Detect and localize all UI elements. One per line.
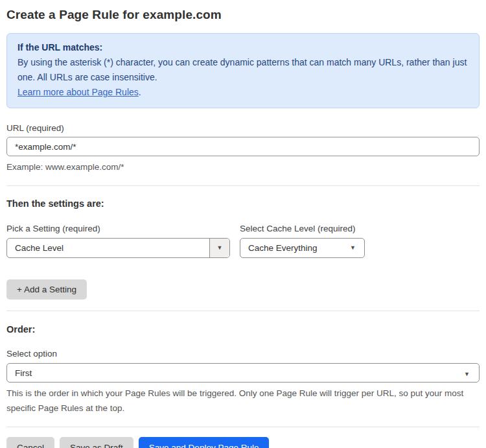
divider xyxy=(6,311,480,311)
info-box-heading: If the URL matches: xyxy=(17,40,469,55)
chevron-down-icon: ▼ xyxy=(217,245,223,251)
save-as-draft-button[interactable]: Save as Draft xyxy=(60,437,133,448)
add-setting-button[interactable]: + Add a Setting xyxy=(6,279,87,300)
order-select-value: First xyxy=(7,368,464,378)
settings-section: Then the settings are: Pick a Setting (r… xyxy=(6,198,480,300)
settings-pickers-row: Pick a Setting (required) Cache Level ▼ … xyxy=(6,224,480,258)
page-rule-form: Create a Page Rule for example.com If th… xyxy=(0,0,486,448)
order-select-label: Select option xyxy=(6,349,480,359)
divider xyxy=(6,185,480,186)
settings-section-heading: Then the settings are: xyxy=(6,198,480,209)
chevron-down-icon: ▼ xyxy=(464,368,479,378)
cancel-button[interactable]: Cancel xyxy=(6,437,54,448)
url-match-info-box: If the URL matches: By using the asteris… xyxy=(6,33,480,108)
page-title: Create a Page Rule for example.com xyxy=(6,8,480,22)
cache-level-picker-column: Select Cache Level (required) Cache Ever… xyxy=(240,224,365,258)
setting-picker-dropdown[interactable]: Cache Level ▼ xyxy=(6,238,230,258)
info-box-body: By using the asterisk (*) character, you… xyxy=(17,55,469,85)
form-actions: Cancel Save as Draft Save and Deploy Pag… xyxy=(6,437,480,448)
order-select[interactable]: First ▼ xyxy=(6,363,480,383)
url-field-helper: Example: www.example.com/* xyxy=(6,159,480,174)
setting-picker-label: Pick a Setting (required) xyxy=(6,224,230,233)
setting-picker-value: Cache Level xyxy=(7,243,209,253)
url-field-label: URL (required) xyxy=(6,123,480,133)
cache-level-picker-value: Cache Everything xyxy=(240,243,350,253)
setting-picker-column: Pick a Setting (required) Cache Level ▼ xyxy=(6,224,230,258)
dropdown-arrow-button[interactable]: ▼ xyxy=(209,239,229,257)
order-section-heading: Order: xyxy=(6,324,480,335)
link-period: . xyxy=(139,87,141,97)
chevron-down-icon: ▼ xyxy=(350,245,364,251)
cache-level-picker-label: Select Cache Level (required) xyxy=(240,224,365,233)
cache-level-picker-dropdown[interactable]: Cache Everything ▼ xyxy=(240,238,365,258)
url-field-block: URL (required) Example: www.example.com/… xyxy=(6,123,480,174)
save-and-deploy-button[interactable]: Save and Deploy Page Rule xyxy=(139,437,270,448)
learn-more-link[interactable]: Learn more about Page Rules xyxy=(17,87,139,97)
order-helper-text: This is the order in which your Page Rul… xyxy=(6,386,473,416)
info-box-link-line: Learn more about Page Rules. xyxy=(17,85,469,100)
url-input[interactable] xyxy=(6,137,480,156)
divider xyxy=(6,427,480,427)
order-section: Order: Select option First ▼ This is the… xyxy=(6,324,480,416)
